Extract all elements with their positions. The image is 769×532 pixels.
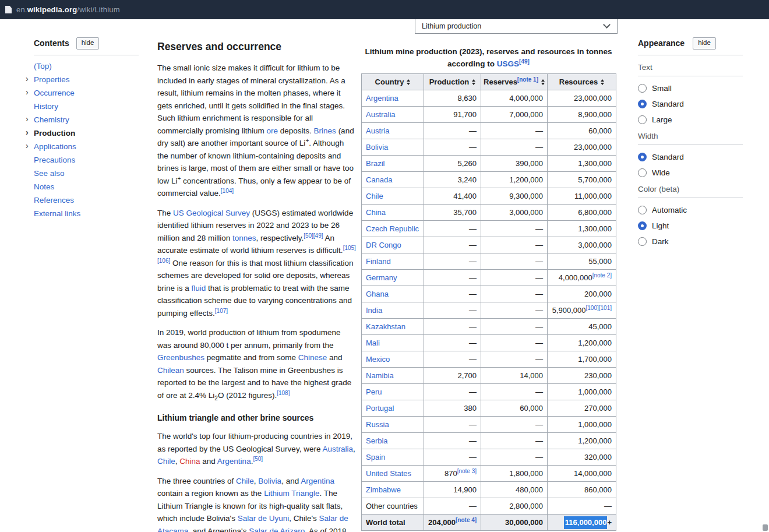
radio-option-color-beta-light[interactable]: Light	[638, 221, 743, 230]
article-link[interactable]: Salar de Uyuni	[238, 514, 290, 523]
country-link[interactable]: Kazakhstan	[366, 322, 405, 331]
sidebar-item-references[interactable]: References	[24, 193, 139, 207]
reference-link[interactable]: [105][106]	[157, 245, 356, 264]
country-link[interactable]: Mali	[366, 339, 380, 347]
article-link[interactable]: Greenbushes	[157, 353, 204, 362]
table-cell-country: Other countries	[362, 498, 424, 515]
radio-option-width-standard[interactable]: Standard	[638, 153, 743, 161]
article-link[interactable]: Chinese	[298, 353, 327, 362]
radio-icon[interactable]	[638, 168, 647, 177]
sidebar-item-properties[interactable]: ›Properties	[24, 73, 139, 86]
article-link[interactable]: Chilean	[157, 366, 184, 375]
sidebar-item-applications[interactable]: ›Applications	[24, 140, 139, 153]
article-link[interactable]: Bolivia	[258, 477, 281, 485]
chevron-right-icon[interactable]: ›	[26, 128, 29, 137]
article-link[interactable]: Argentina	[217, 457, 251, 466]
reference-link[interactable]: [108]	[277, 389, 290, 396]
country-link[interactable]: Bolivia	[366, 143, 388, 152]
country-link[interactable]: Germany	[366, 273, 397, 282]
sidebar-item-precautions[interactable]: Precautions	[24, 153, 139, 167]
radio-option-width-wide[interactable]: Wide	[638, 168, 743, 177]
article-link[interactable]: ore	[267, 126, 278, 135]
country-link[interactable]: Zimbabwe	[366, 485, 401, 494]
scrollbar-thumb[interactable]	[763, 524, 768, 531]
reference-link[interactable]: [100][101]	[586, 305, 612, 311]
radio-icon[interactable]	[638, 115, 647, 124]
reference-link[interactable]: [50][49]	[304, 232, 323, 238]
country-link[interactable]: Peru	[366, 387, 382, 396]
country-link[interactable]: Finland	[366, 257, 391, 266]
article-link[interactable]: Lithium Triangle	[264, 489, 319, 498]
country-link[interactable]: Spain	[366, 453, 385, 461]
country-link[interactable]: Austria	[366, 126, 389, 135]
country-link[interactable]: Czech Republic	[366, 224, 419, 233]
table-cell: 30,000,000	[481, 515, 548, 531]
chevron-right-icon[interactable]: ›	[26, 114, 29, 124]
reference-link[interactable]: [104]	[221, 188, 234, 194]
radio-icon[interactable]	[638, 100, 647, 108]
radio-icon[interactable]	[638, 237, 647, 246]
chevron-right-icon[interactable]: ›	[26, 141, 29, 150]
country-link[interactable]: India	[366, 306, 382, 315]
country-link[interactable]: Portugal	[366, 404, 394, 413]
column-header-reserves[interactable]: Reserves[note 1]	[481, 74, 548, 90]
country-link[interactable]: Chile	[366, 192, 383, 200]
radio-option-text-large[interactable]: Large	[638, 115, 743, 124]
article-link[interactable]: Chile	[157, 457, 175, 466]
column-header-resources[interactable]: Resources	[548, 74, 616, 90]
toc-hide-button[interactable]: hide	[76, 37, 100, 50]
sidebar-item-notes[interactable]: Notes	[24, 180, 139, 193]
sidebar-item-external-links[interactable]: External links	[24, 207, 139, 220]
country-link[interactable]: Ghana	[366, 290, 389, 298]
country-link[interactable]: Serbia	[366, 436, 388, 445]
column-header-country[interactable]: Country	[362, 74, 424, 90]
radio-option-text-small[interactable]: Small	[638, 84, 743, 93]
country-link[interactable]: China	[366, 208, 386, 217]
reference-link[interactable]: [note 3]	[457, 468, 477, 474]
radio-icon[interactable]	[638, 84, 647, 93]
usgs-link[interactable]: USGS	[497, 59, 519, 68]
article-link[interactable]: Chile	[236, 477, 254, 485]
country-link[interactable]: Canada	[366, 175, 393, 184]
country-link[interactable]: Argentina	[366, 94, 398, 103]
sidebar-item-occurrence[interactable]: ›Occurrence	[24, 86, 139, 100]
radio-option-color-beta-dark[interactable]: Dark	[638, 237, 743, 246]
sidebar-item-chemistry[interactable]: ›Chemistry	[24, 113, 139, 126]
sidebar-item-see-also[interactable]: See also	[24, 167, 139, 180]
article-link[interactable]: Argentina	[301, 477, 334, 485]
sidebar-item-production[interactable]: ›Production	[24, 126, 139, 140]
country-link[interactable]: DR Congo	[366, 241, 401, 249]
article-link[interactable]: US Geological Survey	[173, 209, 250, 217]
appearance-hide-button[interactable]: hide	[693, 37, 716, 50]
radio-icon[interactable]	[638, 221, 647, 230]
reference-link[interactable]: [note 1]	[517, 76, 538, 83]
reference-link[interactable]: [note 4]	[456, 517, 477, 523]
article-link[interactable]: Brines	[314, 126, 336, 135]
radio-option-text-standard[interactable]: Standard	[638, 100, 743, 108]
country-link[interactable]: Russia	[366, 420, 389, 429]
article-link[interactable]: fluid	[192, 284, 206, 293]
country-link[interactable]: Namibia	[366, 371, 394, 380]
sidebar-item-top[interactable]: (Top)	[24, 59, 139, 73]
article-link[interactable]: Australia	[322, 445, 353, 453]
sidebar-item-history[interactable]: History	[24, 100, 139, 113]
chevron-right-icon[interactable]: ›	[26, 87, 29, 97]
reference-link[interactable]: [50]	[253, 456, 263, 462]
reference-link[interactable]: [107]	[215, 307, 228, 313]
chevron-right-icon[interactable]: ›	[26, 74, 29, 83]
article-link[interactable]: tonnes	[232, 234, 256, 242]
address-bar-url[interactable]: en.wikipedia.org/wiki/Lithium	[16, 5, 120, 14]
article-redlink[interactable]: China	[179, 457, 200, 466]
article-link[interactable]: Salar de Arizaro	[249, 527, 305, 532]
reference-link[interactable]: [49]	[519, 58, 530, 65]
radio-icon[interactable]	[638, 153, 647, 161]
radio-option-color-beta-automatic[interactable]: Automatic	[638, 206, 743, 214]
reference-link[interactable]: [note 2]	[592, 272, 612, 279]
country-link[interactable]: Brazil	[366, 159, 385, 168]
country-link[interactable]: Mexico	[366, 355, 390, 364]
column-header-production[interactable]: Production	[424, 74, 481, 90]
country-link[interactable]: Australia	[366, 110, 396, 119]
radio-icon[interactable]	[638, 206, 647, 214]
table-cell: —	[481, 221, 548, 237]
country-link[interactable]: United States	[366, 469, 411, 478]
